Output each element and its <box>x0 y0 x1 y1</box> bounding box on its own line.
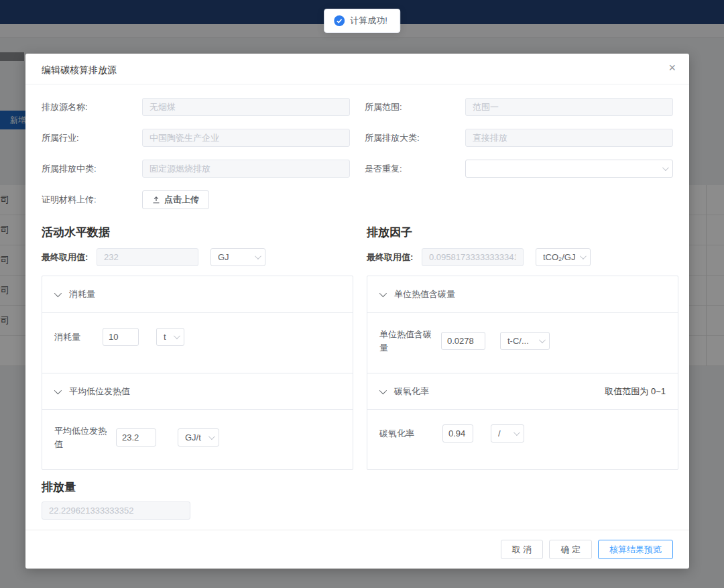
heating-value-unit: GJ/t <box>185 432 204 443</box>
collapse-arrow-icon <box>379 290 387 297</box>
factor-final-row: 最终取用值: tCO₂/GJ <box>367 248 678 266</box>
chevron-down-icon <box>208 433 215 440</box>
oxidation-rate-group-body: 碳氧化率 / <box>367 409 678 469</box>
heating-value-unit-select[interactable]: GJ/t <box>178 428 219 447</box>
heating-value-group-body: 平均低位发热值 GJ/t <box>42 409 353 469</box>
heating-value-group-title: 平均低位发热值 <box>69 386 130 398</box>
chevron-down-icon <box>539 337 546 343</box>
consumption-group-title: 消耗量 <box>69 288 95 300</box>
data-sections: 活动水平数据 最终取用值: GJ 消耗量 <box>42 225 673 470</box>
oxidation-rate-range-note: 取值范围为 0~1 <box>605 386 666 398</box>
industry-input <box>142 129 350 147</box>
consumption-row: 消耗量 t <box>54 328 184 346</box>
basic-info-form: 排放源名称: 所属范围: 所属行业: 所属排放大类: 所属排放中类: <box>42 98 673 222</box>
oxidation-rate-group-title: 碳氧化率 <box>394 386 429 398</box>
dialog-body: 排放源名称: 所属范围: 所属行业: 所属排放大类: 所属排放中类: <box>25 84 689 530</box>
major-category-label: 所属排放大类: <box>365 132 465 144</box>
result-preview-button[interactable]: 核算结果预览 <box>598 540 673 559</box>
check-circle-icon <box>334 15 345 26</box>
is-duplicate-label: 是否重复: <box>365 163 465 175</box>
chevron-down-icon <box>255 253 261 259</box>
scope-label: 所属范围: <box>365 101 465 113</box>
factor-panel: 单位热值含碳量 单位热值含碳量 t-C/... <box>367 276 678 470</box>
heating-value-label: 平均低位发热值 <box>54 424 109 451</box>
factor-section: 排放因子 最终取用值: tCO₂/GJ 单位热值含碳量 <box>367 225 678 470</box>
scope-input <box>465 98 673 116</box>
cancel-button[interactable]: 取 消 <box>501 540 544 559</box>
oxidation-rate-row: 碳氧化率 / <box>379 424 524 443</box>
upload-button-label: 点击上传 <box>164 194 199 206</box>
collapse-arrow-icon <box>54 290 62 297</box>
field-upload: 证明材料上传: 点击上传 <box>42 190 350 209</box>
emission-value-input <box>42 502 190 520</box>
chevron-down-icon <box>662 164 669 171</box>
oxidation-rate-group-header[interactable]: 碳氧化率 取值范围为 0~1 <box>367 373 678 409</box>
consumption-input[interactable] <box>103 328 139 346</box>
confirm-button[interactable]: 确 定 <box>549 540 592 559</box>
heating-value-input[interactable] <box>116 428 156 447</box>
activity-unit-select[interactable]: GJ <box>210 248 265 266</box>
activity-unit-value: GJ <box>218 252 251 262</box>
field-industry: 所属行业: <box>42 129 350 147</box>
carbon-content-unit-select[interactable]: t-C/... <box>500 332 550 350</box>
heating-value-row: 平均低位发热值 GJ/t <box>54 424 219 451</box>
activity-section: 活动水平数据 最终取用值: GJ 消耗量 <box>42 225 353 470</box>
mid-category-input <box>142 160 350 178</box>
field-mid-category: 所属排放中类: <box>42 160 350 178</box>
consumption-group-body: 消耗量 t <box>42 312 353 373</box>
field-source-name: 排放源名称: <box>42 98 350 116</box>
factor-final-input <box>422 248 524 266</box>
consumption-group-header[interactable]: 消耗量 <box>42 276 353 312</box>
activity-final-label: 最终取用值: <box>42 251 97 263</box>
carbon-content-group-body: 单位热值含碳量 t-C/... <box>367 312 678 373</box>
field-scope: 所属范围: <box>365 98 673 116</box>
consumption-unit-value: t <box>164 332 170 342</box>
mid-category-label: 所属排放中类: <box>42 163 142 175</box>
factor-final-label: 最终取用值: <box>367 251 422 263</box>
activity-final-row: 最终取用值: GJ <box>42 248 353 266</box>
chevron-down-icon <box>514 429 520 436</box>
oxidation-rate-label: 碳氧化率 <box>379 427 424 440</box>
emission-title: 排放量 <box>42 479 673 495</box>
consumption-unit-select[interactable]: t <box>156 328 184 346</box>
upload-label: 证明材料上传: <box>42 194 142 206</box>
heating-value-group-header[interactable]: 平均低位发热值 <box>42 373 353 409</box>
activity-final-input <box>97 248 198 266</box>
carbon-content-label: 单位热值含碳量 <box>379 328 432 354</box>
industry-label: 所属行业: <box>42 132 142 144</box>
collapse-arrow-icon <box>379 386 387 394</box>
upload-button[interactable]: 点击上传 <box>142 190 209 209</box>
carbon-content-group-title: 单位热值含碳量 <box>394 288 455 300</box>
field-major-category: 所属排放大类: <box>365 129 673 147</box>
carbon-content-group-header[interactable]: 单位热值含碳量 <box>367 276 678 312</box>
dialog-footer: 取 消 确 定 核算结果预览 <box>25 530 689 569</box>
dialog-title: 编辑碳核算排放源 <box>42 64 117 75</box>
factor-unit-select[interactable]: tCO₂/GJ <box>536 248 591 266</box>
dialog-header: 编辑碳核算排放源 × <box>25 54 689 84</box>
factor-section-title: 排放因子 <box>367 225 678 240</box>
toast-message: 计算成功! <box>350 15 387 27</box>
carbon-content-input[interactable] <box>441 332 485 350</box>
carbon-content-unit: t-C/... <box>507 336 535 346</box>
source-name-label: 排放源名称: <box>42 101 142 113</box>
oxidation-rate-unit-select[interactable]: / <box>491 424 524 443</box>
activity-panel: 消耗量 消耗量 t 平均低 <box>42 276 353 470</box>
factor-unit-value: tCO₂/GJ <box>543 252 576 262</box>
oxidation-rate-input[interactable] <box>442 424 473 443</box>
edit-emission-source-dialog: 编辑碳核算排放源 × 排放源名称: 所属范围: 所属行业: 所属排放大类: <box>25 54 689 569</box>
chevron-down-icon <box>580 253 587 259</box>
consumption-label: 消耗量 <box>54 331 103 344</box>
collapse-arrow-icon <box>54 386 62 394</box>
is-duplicate-select[interactable] <box>465 160 673 178</box>
source-name-input <box>142 98 350 116</box>
success-toast: 计算成功! <box>324 9 400 33</box>
field-is-duplicate: 是否重复: <box>365 160 673 178</box>
oxidation-rate-unit: / <box>498 428 509 438</box>
carbon-content-row: 单位热值含碳量 t-C/... <box>379 328 550 354</box>
major-category-input <box>465 129 673 147</box>
activity-section-title: 活动水平数据 <box>42 225 353 240</box>
upload-icon <box>152 196 160 204</box>
close-icon[interactable]: × <box>668 62 676 74</box>
chevron-down-icon <box>174 333 180 339</box>
